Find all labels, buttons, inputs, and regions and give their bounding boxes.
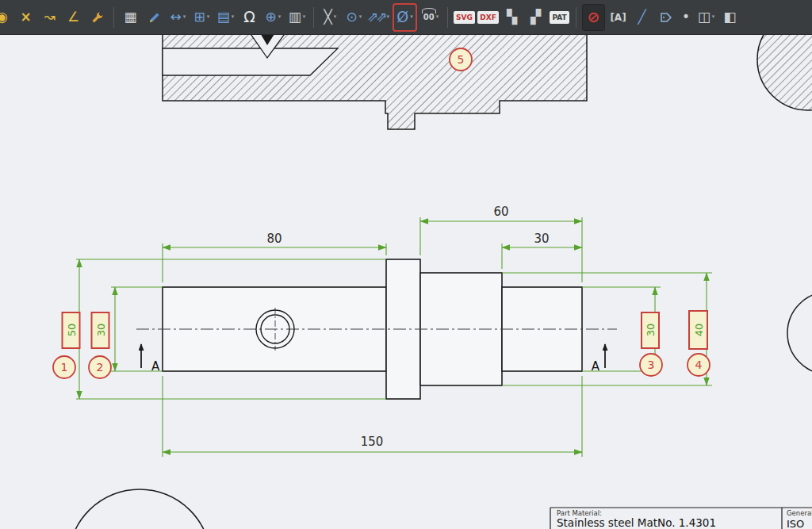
toolbar-separator: [447, 7, 448, 28]
main-toolbar: ◉ × ↝ ∠ ▦ ↔▾ ⊞▾ ▤▾ Ω ⊕▾ ▥▾ ╳▾ ⊙▾ ⇗⇗▾ Ø▾ …: [0, 0, 812, 35]
keyway-slot: [163, 48, 338, 75]
callout-3-number: 3: [648, 358, 655, 371]
section-label-left: A: [151, 359, 160, 374]
chevron-down-icon[interactable]: ▾: [436, 14, 439, 20]
callout-2-number: 2: [97, 361, 104, 374]
viewport-icon[interactable]: ◫▾: [695, 5, 717, 30]
dim-text-40: 40: [693, 324, 705, 337]
chevron-down-icon[interactable]: ▾: [359, 14, 362, 20]
chevron-down-icon[interactable]: ▾: [278, 14, 282, 20]
bottom-left-partial-circle: [68, 489, 211, 529]
point-icon[interactable]: •: [679, 5, 693, 30]
dimension-horizontal-icon[interactable]: ↔▾: [167, 5, 189, 30]
snap-entity-icon[interactable]: ↝: [39, 5, 60, 30]
chevron-down-icon[interactable]: ▾: [183, 14, 186, 20]
center-cross-icon[interactable]: ⊕▾: [262, 5, 284, 30]
zoom-icon[interactable]: ◉: [0, 5, 13, 30]
draw-pencil-icon[interactable]: [144, 5, 165, 30]
tag-icon[interactable]: [655, 5, 676, 30]
dxf-export-icon[interactable]: DXF: [477, 5, 499, 30]
dim-text-150: 150: [361, 435, 384, 449]
dim-text-30-top: 30: [534, 232, 549, 246]
restrict-angle-icon[interactable]: ∠: [63, 5, 84, 30]
chevron-down-icon[interactable]: ▾: [303, 14, 306, 20]
callout-4-number: 4: [695, 358, 703, 371]
chevron-down-icon[interactable]: ▾: [712, 14, 715, 20]
offset-parallel-icon[interactable]: ⇗⇗▾: [367, 5, 389, 30]
top-section-view: [163, 35, 587, 129]
hatch-grid-icon[interactable]: ▦: [120, 5, 141, 30]
modify-wrench-icon[interactable]: [86, 5, 108, 30]
part-material-value: Stainless steel MatNo. 1.4301: [557, 516, 716, 529]
chevron-down-icon[interactable]: ▾: [410, 14, 413, 20]
diameter-dimension-icon[interactable]: Ø▾: [394, 5, 416, 30]
toolbar-separator: [576, 7, 576, 28]
general-tolerance-value: ISO: [787, 518, 804, 529]
attribute-table-icon[interactable]: ▤▾: [215, 5, 236, 30]
right-partial-circle: [787, 292, 812, 374]
trim-icon[interactable]: ╳▾: [320, 5, 341, 30]
hatched-detail-circle: [757, 35, 812, 110]
chevron-down-icon[interactable]: ▾: [334, 14, 337, 20]
special-characters-icon[interactable]: Ω: [239, 5, 260, 30]
pencil-icon: [148, 11, 161, 24]
wrench-icon: [91, 11, 104, 24]
ordinate-dimension-icon[interactable]: 00▾: [420, 5, 442, 30]
callout-1-number: 1: [61, 361, 68, 374]
callout-5-number: 5: [458, 53, 465, 66]
toolbar-separator: [113, 7, 114, 28]
general-tolerance-label: General: [787, 509, 812, 517]
dim-text-30-left: 30: [95, 324, 107, 337]
text-frame-icon[interactable]: [A]: [607, 5, 629, 30]
pat-export-icon[interactable]: PAT: [549, 5, 570, 30]
dim-text-60: 60: [493, 205, 508, 219]
pattern-fill-icon[interactable]: ▚: [501, 5, 523, 30]
pattern-tile-icon[interactable]: ▞: [525, 5, 546, 30]
chevron-down-icon[interactable]: ▾: [207, 14, 210, 20]
section-label-right: A: [592, 359, 600, 374]
cad-application-window: ◉ × ↝ ∠ ▦ ↔▾ ⊞▾ ▤▾ Ω ⊕▾ ▥▾ ╳▾ ⊙▾ ⇗⇗▾ Ø▾ …: [0, 0, 812, 529]
chevron-down-icon[interactable]: ▾: [387, 14, 390, 20]
toolbar-separator: [313, 7, 314, 28]
snap-intersection-icon[interactable]: ×: [15, 5, 36, 30]
restrict-off-icon[interactable]: ⊘: [582, 4, 605, 31]
hatch-lines-icon[interactable]: ▥▾: [286, 5, 308, 30]
drawing-canvas[interactable]: 80 60 30 150 50 30 30 40 1 2 3 4: [0, 35, 812, 529]
dim-text-80: 80: [266, 232, 282, 246]
tag-shape-icon: [660, 11, 672, 24]
chevron-down-icon[interactable]: ▾: [232, 14, 235, 20]
dim-text-30-right: 30: [645, 324, 657, 337]
line-segment-icon[interactable]: ╱: [631, 5, 653, 30]
clipped-right-icon[interactable]: ◧: [719, 5, 741, 30]
circle-tool-icon[interactable]: ⊙▾: [343, 5, 365, 30]
title-block: Part Material: Stainless steel MatNo. 1.…: [550, 508, 812, 529]
dim-text-50: 50: [66, 324, 78, 337]
svg-export-icon[interactable]: SVG: [454, 5, 475, 30]
insert-block-icon[interactable]: ⊞▾: [191, 5, 213, 30]
